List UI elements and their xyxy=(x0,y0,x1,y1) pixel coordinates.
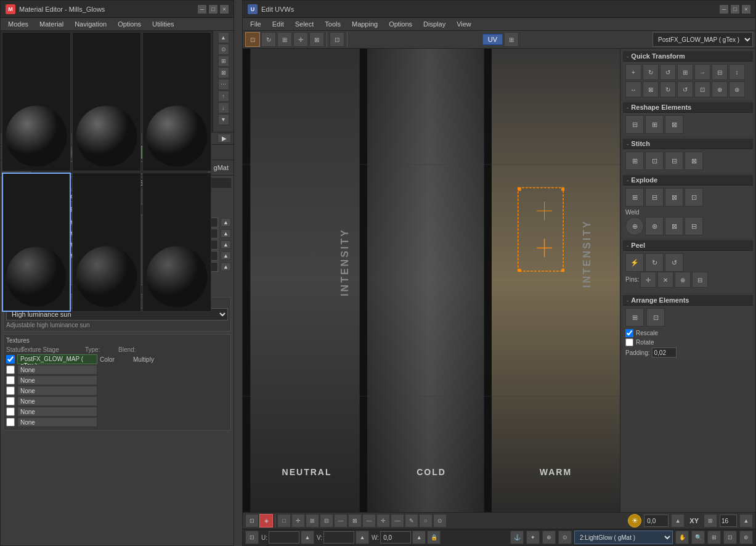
arrange-btn-1[interactable]: ⊞ xyxy=(625,308,644,327)
weld-btn-4[interactable]: ⊟ xyxy=(685,217,703,235)
status-btn-4[interactable]: ⊙ xyxy=(558,531,572,544)
qt-btn-12[interactable]: ⊡ xyxy=(694,81,710,97)
w-input[interactable] xyxy=(380,531,411,544)
menu-options[interactable]: Options xyxy=(113,19,146,29)
uvw-menu-options[interactable]: Options xyxy=(384,19,417,29)
reshape-btn-3[interactable]: ⊠ xyxy=(665,115,683,134)
stitch-btn-1[interactable]: ⊞ xyxy=(625,152,644,170)
u-up[interactable]: ▲ xyxy=(301,531,314,544)
bt-14[interactable]: ⊙ xyxy=(433,514,447,528)
qt-btn-3[interactable]: ↺ xyxy=(660,64,676,80)
explode-header[interactable]: - Explode xyxy=(623,175,753,185)
explode-btn-4[interactable]: ⊡ xyxy=(685,188,703,206)
reshape-btn-1[interactable]: ⊟ xyxy=(625,115,644,134)
material-select[interactable]: 2:LightGlow ( gMat ) xyxy=(574,531,673,544)
sphere-tool-5[interactable]: ↑ xyxy=(218,91,229,102)
uvw-menu-display[interactable]: Display xyxy=(418,19,450,29)
bt-7[interactable]: — xyxy=(334,514,348,528)
peel-btn-1[interactable]: ⚡ xyxy=(625,253,644,272)
bt-13[interactable]: ○ xyxy=(419,514,433,528)
uvw-checker-btn[interactable]: ⊞ xyxy=(504,32,519,47)
menu-utilities[interactable]: Utilities xyxy=(147,19,179,29)
sphere-tool-4[interactable]: ⋯ xyxy=(218,79,229,90)
rotate-check[interactable] xyxy=(625,338,633,346)
map-dropdown[interactable]: PostFX_GLOW_MAP ( gTex ) xyxy=(652,32,753,47)
uvw-tool-select[interactable]: ⊡ xyxy=(245,32,260,47)
bt-1[interactable]: ⊡ xyxy=(245,514,259,528)
tex-stage-5[interactable]: None xyxy=(17,396,97,406)
uvw-tool-move[interactable]: ✛ xyxy=(293,32,308,47)
status-btn-9[interactable]: ⊛ xyxy=(739,531,753,544)
grid-input[interactable] xyxy=(720,515,737,527)
qt-btn-1[interactable]: + xyxy=(625,64,641,80)
w-lock[interactable]: 🔒 xyxy=(427,531,441,544)
bt-2[interactable]: ◈ xyxy=(259,514,273,528)
close-button[interactable]: × xyxy=(220,5,229,14)
sphere-cell-1[interactable] xyxy=(2,32,71,171)
qt-btn-4[interactable]: ⊞ xyxy=(677,64,693,80)
qt-btn-5[interactable]: → xyxy=(694,64,710,80)
tex-check-3[interactable] xyxy=(6,376,15,385)
reshape-btn-2[interactable]: ⊞ xyxy=(645,115,664,134)
quick-transform-header[interactable]: - Quick Transform xyxy=(623,51,753,62)
bt-4[interactable]: ✛ xyxy=(291,514,305,528)
status-btn-2[interactable]: ✦ xyxy=(526,531,540,544)
uvw-tool-6[interactable]: ⊡ xyxy=(330,32,344,47)
uvw-tool-scale[interactable]: ⊞ xyxy=(277,32,292,47)
qt-btn-14[interactable]: ⊛ xyxy=(729,81,745,97)
sphere-down-arrow[interactable]: ▼ xyxy=(218,114,229,125)
tex-check-4[interactable] xyxy=(6,386,15,395)
sphere-cell-6[interactable] xyxy=(142,173,211,312)
peel-btn-3[interactable]: ↺ xyxy=(665,253,683,272)
tex-check-7[interactable] xyxy=(6,418,15,426)
bt-3[interactable]: □ xyxy=(277,514,291,528)
explode-btn-2[interactable]: ⊟ xyxy=(645,188,664,206)
zoom-btn[interactable]: 🔍 xyxy=(691,531,705,544)
menu-modes[interactable]: Modes xyxy=(3,19,33,29)
uvw-tool-5[interactable]: ⊠ xyxy=(309,32,324,47)
tex-stage-2[interactable]: None xyxy=(17,365,97,375)
sphere-tool-6[interactable]: ↓ xyxy=(218,102,229,113)
stitch-btn-4[interactable]: ⊠ xyxy=(685,152,703,170)
weld-btn-1[interactable]: ⊕ xyxy=(625,217,644,235)
arrange-btn-2[interactable]: ⊡ xyxy=(646,308,665,327)
uvw-maximize[interactable]: □ xyxy=(731,5,739,14)
tex-check-5[interactable] xyxy=(6,397,15,405)
tex-check-6[interactable] xyxy=(6,407,15,416)
qt-btn-13[interactable]: ⊕ xyxy=(712,81,728,97)
peel-btn-2[interactable]: ↻ xyxy=(645,253,664,272)
menu-material[interactable]: Material xyxy=(35,19,68,29)
qt-btn-9[interactable]: ⊠ xyxy=(643,81,659,97)
tex-stage-7[interactable]: None xyxy=(17,417,97,427)
pin-btn-3[interactable]: ⊕ xyxy=(675,272,691,288)
uvw-menu-select[interactable]: Select xyxy=(290,19,319,29)
uvw-menu-view[interactable]: View xyxy=(452,19,476,29)
zoom-region-btn[interactable]: ⊞ xyxy=(707,531,721,544)
uvw-menu-file[interactable]: File xyxy=(245,19,266,29)
uvw-tool-rotate[interactable]: ↻ xyxy=(261,32,276,47)
weld-btn-3[interactable]: ⊠ xyxy=(665,217,683,235)
v-up[interactable]: ▲ xyxy=(356,531,369,544)
uvw-canvas-area[interactable]: INTENSITY INTENSITY NEUTRAL COLD WARM xyxy=(243,49,620,512)
explode-btn-1[interactable]: ⊞ xyxy=(625,188,644,206)
uvw-close[interactable]: × xyxy=(742,5,750,14)
qt-btn-10[interactable]: ↻ xyxy=(660,81,676,97)
tex-check-1[interactable] xyxy=(6,355,15,364)
stitch-btn-2[interactable]: ⊡ xyxy=(645,152,664,170)
grid-up[interactable]: ▲ xyxy=(739,514,753,528)
weld-btn-2[interactable]: ⊛ xyxy=(645,217,664,235)
coord-input[interactable] xyxy=(644,515,669,527)
tex-stage-1[interactable]: PostFX_GLOW_MAP ( gTex ) xyxy=(17,354,97,364)
reshape-header[interactable]: - Reshape Elements xyxy=(623,102,753,113)
qt-btn-11[interactable]: ↺ xyxy=(677,81,693,97)
magnet-btn[interactable]: ⚓ xyxy=(510,531,524,544)
sphere-up-arrow[interactable]: ▲ xyxy=(218,32,229,43)
uvw-uv-button[interactable]: UV xyxy=(482,34,503,45)
rescale-check[interactable] xyxy=(625,329,633,337)
sphere-cell-5[interactable] xyxy=(72,173,141,312)
explode-btn-3[interactable]: ⊠ xyxy=(665,188,683,206)
qt-btn-2[interactable]: ↻ xyxy=(643,64,659,80)
stitch-header[interactable]: - Stitch xyxy=(623,139,753,149)
tex-stage-6[interactable]: None xyxy=(17,407,97,417)
padding-input[interactable] xyxy=(652,348,677,357)
